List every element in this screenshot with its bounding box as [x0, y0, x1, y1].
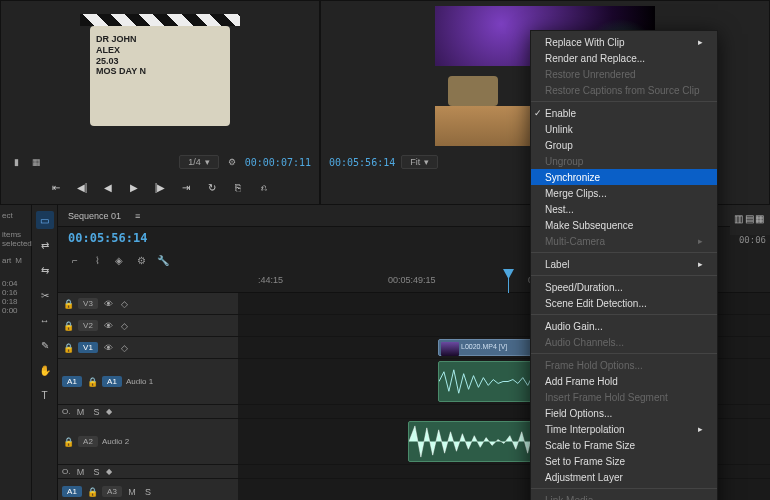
ctx-nest[interactable]: Nest... — [531, 201, 717, 217]
track-header-v1[interactable]: 🔒 V1 👁 ◇ — [58, 337, 238, 358]
loop-icon[interactable]: ↻ — [204, 179, 220, 195]
track-select-tool-icon[interactable]: ⇄ — [36, 236, 54, 254]
fx-icon[interactable]: ◇ — [118, 342, 130, 354]
mute-icon[interactable]: M — [74, 466, 86, 478]
keyframe-icon[interactable]: ◆ — [106, 467, 112, 476]
selection-tool-icon[interactable]: ▭ — [36, 211, 54, 229]
panel-tab[interactable]: ect — [2, 211, 29, 220]
type-tool-icon[interactable]: T — [36, 386, 54, 404]
eye-icon[interactable]: 👁 — [102, 298, 114, 310]
fx-icon[interactable]: ◇ — [118, 320, 130, 332]
src-patch[interactable]: A1 — [62, 486, 82, 497]
bin-row[interactable]: 0:00 — [2, 306, 29, 315]
fit-select[interactable]: Fit▾ — [401, 155, 438, 169]
razor-tool-icon[interactable]: ✂ — [36, 286, 54, 304]
lock-icon[interactable]: 🔒 — [86, 376, 98, 388]
ctx-label[interactable]: Label▸ — [531, 256, 717, 272]
step-back-icon[interactable]: ◀| — [74, 179, 90, 195]
track-header-v2[interactable]: 🔒 V2 👁 ◇ — [58, 315, 238, 336]
tab-menu-icon[interactable]: ≡ — [135, 211, 140, 221]
marker-icon[interactable]: ◈ — [112, 253, 126, 267]
source-timecode[interactable]: 00:00:07:11 — [245, 157, 311, 168]
solo-icon[interactable]: S — [90, 466, 102, 478]
lock-icon[interactable]: 🔒 — [62, 436, 74, 448]
play-icon[interactable]: ▶ — [126, 179, 142, 195]
eye-icon[interactable]: 👁 — [102, 320, 114, 332]
ctx-merge-clips[interactable]: Merge Clips... — [531, 185, 717, 201]
ctx-speed-duration[interactable]: Speed/Duration... — [531, 279, 717, 295]
ctx-audio-gain[interactable]: Audio Gain... — [531, 318, 717, 334]
eye-icon[interactable]: 👁 — [102, 342, 114, 354]
goto-out-icon[interactable]: ⇥ — [178, 179, 194, 195]
track-controls-a1[interactable]: O. M S ◆ — [58, 405, 238, 418]
sequence-timecode[interactable]: 00:05:56:14 — [68, 231, 147, 245]
linked-sel-icon[interactable]: ⌇ — [90, 253, 104, 267]
program-timecode[interactable]: 00:05:56:14 — [329, 157, 395, 168]
ctx-synchronize[interactable]: Synchronize — [531, 169, 717, 185]
track-header-a1[interactable]: A1 🔒 A1 Audio 1 — [58, 359, 238, 404]
ctx-replace-with-clip[interactable]: Replace With Clip▸ — [531, 34, 717, 50]
settings-icon[interactable]: ⚙ — [134, 253, 148, 267]
ripple-tool-icon[interactable]: ⇆ — [36, 261, 54, 279]
ruler-tick: 00:06 — [739, 235, 766, 245]
ctx-render-replace[interactable]: Render and Replace... — [531, 50, 717, 66]
workspace-icon[interactable]: ▤ — [745, 213, 756, 227]
settings-icon[interactable]: ⚙ — [225, 155, 239, 169]
workspace-icon[interactable]: ▦ — [755, 213, 766, 227]
ctx-adj-layer[interactable]: Adjustment Layer — [531, 469, 717, 485]
ctx-time-interp[interactable]: Time Interpolation▸ — [531, 421, 717, 437]
insert-icon[interactable]: ⎘ — [230, 179, 246, 195]
sequence-tab[interactable]: Sequence 01 — [68, 211, 121, 221]
ctx-frame-hold-opts: Frame Hold Options... — [531, 357, 717, 373]
bin-row[interactable]: 0:04 — [2, 279, 29, 288]
track-label[interactable]: A2 — [78, 436, 98, 447]
lock-icon[interactable]: 🔒 — [86, 486, 98, 498]
zoom-select[interactable]: 1/4▾ — [179, 155, 219, 169]
ctx-enable[interactable]: ✓Enable — [531, 105, 717, 121]
track-label[interactable]: A3 — [102, 486, 122, 497]
track-header-a3[interactable]: A1 🔒 A3 M S — [58, 479, 238, 500]
slip-tool-icon[interactable]: ↔ — [36, 311, 54, 329]
ctx-group[interactable]: Group — [531, 137, 717, 153]
lock-icon[interactable]: 🔒 — [62, 298, 74, 310]
step-fwd-icon[interactable]: |▶ — [152, 179, 168, 195]
bin-row[interactable]: 0:16 — [2, 288, 29, 297]
marker-icon[interactable]: ▮ — [9, 155, 23, 169]
track-label[interactable]: V2 — [78, 320, 98, 331]
track-header-v3[interactable]: 🔒 V3 👁 ◇ — [58, 293, 238, 314]
src-patch[interactable]: A1 — [62, 376, 82, 387]
pen-tool-icon[interactable]: ✎ — [36, 336, 54, 354]
goto-in-icon[interactable]: ⇤ — [48, 179, 64, 195]
overwrite-icon[interactable]: ⎌ — [256, 179, 272, 195]
ctx-set-frame[interactable]: Set to Frame Size — [531, 453, 717, 469]
track-label[interactable]: V1 — [78, 342, 98, 353]
workspace-icon[interactable]: ▥ — [734, 213, 745, 227]
lock-icon[interactable]: 🔒 — [62, 320, 74, 332]
ctx-add-frame-hold[interactable]: Add Frame Hold — [531, 373, 717, 389]
fx-icon[interactable]: ◇ — [118, 298, 130, 310]
snap-icon[interactable]: ⌐ — [68, 253, 82, 267]
ctx-restore-captions: Restore Captions from Source Clip — [531, 82, 717, 98]
mute-icon[interactable]: M — [74, 406, 86, 418]
clapper-camera: ALEX — [96, 45, 224, 56]
ctx-field-options[interactable]: Field Options... — [531, 405, 717, 421]
track-label[interactable]: A1 — [102, 376, 122, 387]
mute-icon[interactable]: M — [126, 486, 138, 498]
bin-row[interactable]: 0:18 — [2, 297, 29, 306]
solo-icon[interactable]: S — [142, 486, 154, 498]
ctx-scale-frame[interactable]: Scale to Frame Size — [531, 437, 717, 453]
ruler-tick: 00:05:49:15 — [388, 275, 436, 285]
keyframe-icon[interactable]: ◆ — [106, 407, 112, 416]
export-frame-icon[interactable]: ▦ — [29, 155, 43, 169]
track-header-a2[interactable]: 🔒 A2 Audio 2 — [58, 419, 238, 464]
solo-icon[interactable]: S — [90, 406, 102, 418]
play-back-icon[interactable]: ◀ — [100, 179, 116, 195]
ctx-make-subsequence[interactable]: Make Subsequence — [531, 217, 717, 233]
ctx-unlink[interactable]: Unlink — [531, 121, 717, 137]
hand-tool-icon[interactable]: ✋ — [36, 361, 54, 379]
lock-icon[interactable]: 🔒 — [62, 342, 74, 354]
ctx-scene-edit[interactable]: Scene Edit Detection... — [531, 295, 717, 311]
track-label[interactable]: V3 — [78, 298, 98, 309]
track-controls-a2[interactable]: O. M S ◆ — [58, 465, 238, 478]
wrench-icon[interactable]: 🔧 — [156, 253, 170, 267]
